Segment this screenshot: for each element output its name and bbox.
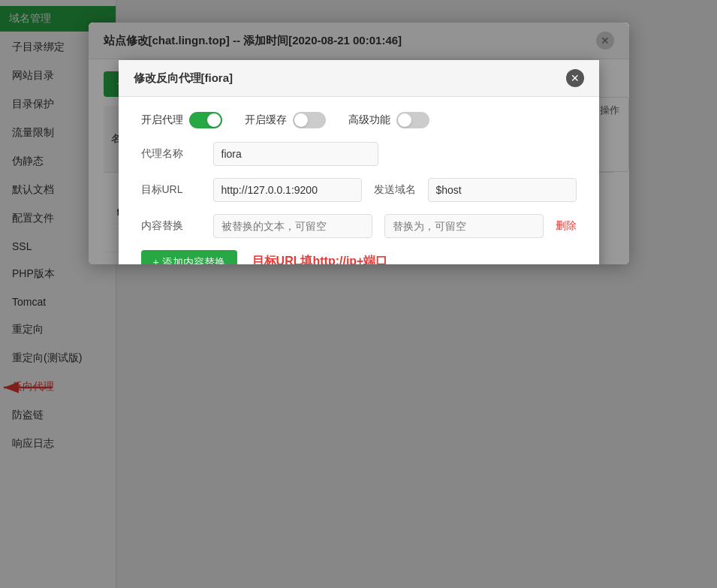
enable-proxy-knob <box>207 113 221 127</box>
advanced-label: 高级功能 <box>348 113 390 127</box>
target-url-input[interactable] <box>213 178 362 202</box>
inner-dialog-title: 修改反向代理[fiora] <box>134 71 233 86</box>
add-content-replace-button[interactable]: + 添加内容替换 <box>141 250 237 264</box>
proxy-name-input[interactable] <box>213 142 378 166</box>
outer-modal-overlay: 站点修改[chat.lingn.top] -- 添加时间[2020-08-21 … <box>0 0 717 588</box>
outer-dialog: 站点修改[chat.lingn.top] -- 添加时间[2020-08-21 … <box>89 23 629 264</box>
inner-dialog: 修改反向代理[fiora] ✕ 开启代理 开启缓存 <box>119 60 599 264</box>
callout-text: 目标URL填http://ip+端口发送域名自动生成 <box>252 252 388 264</box>
target-url-row: 目标URL 发送域名 <box>141 178 577 202</box>
toggle-row: 开启代理 开启缓存 高级功能 <box>141 112 577 128</box>
enable-proxy-group: 开启代理 <box>141 112 222 128</box>
proxy-name-row: 代理名称 <box>141 142 577 166</box>
inner-close-button[interactable]: ✕ <box>566 69 584 87</box>
enable-cache-label: 开启缓存 <box>245 113 287 127</box>
inner-dialog-body: 开启代理 开启缓存 高级功能 <box>119 97 599 264</box>
content-replace-row: 内容替换 删除 <box>141 214 577 238</box>
inner-dialog-header: 修改反向代理[fiora] ✕ <box>119 60 599 97</box>
proxy-name-label: 代理名称 <box>141 147 201 161</box>
inner-modal-overlay: 修改反向代理[fiora] ✕ 开启代理 开启缓存 <box>89 23 629 264</box>
enable-proxy-toggle[interactable] <box>189 112 222 128</box>
content-replace-input-from[interactable] <box>213 214 372 238</box>
advanced-knob <box>398 113 411 127</box>
delete-replace-link[interactable]: 删除 <box>556 219 577 233</box>
target-url-label: 目标URL <box>141 183 201 197</box>
arrow-1 <box>610 101 629 161</box>
advanced-group: 高级功能 <box>348 112 429 128</box>
content-replace-input-to[interactable] <box>384 214 544 238</box>
enable-cache-toggle[interactable] <box>293 112 326 128</box>
advanced-toggle[interactable] <box>396 112 429 128</box>
enable-proxy-label: 开启代理 <box>141 113 183 127</box>
enable-cache-knob <box>294 113 308 127</box>
send-domain-input[interactable] <box>428 178 577 202</box>
content-replace-label: 内容替换 <box>141 219 201 233</box>
send-domain-label: 发送域名 <box>374 183 416 197</box>
enable-cache-group: 开启缓存 <box>245 112 326 128</box>
